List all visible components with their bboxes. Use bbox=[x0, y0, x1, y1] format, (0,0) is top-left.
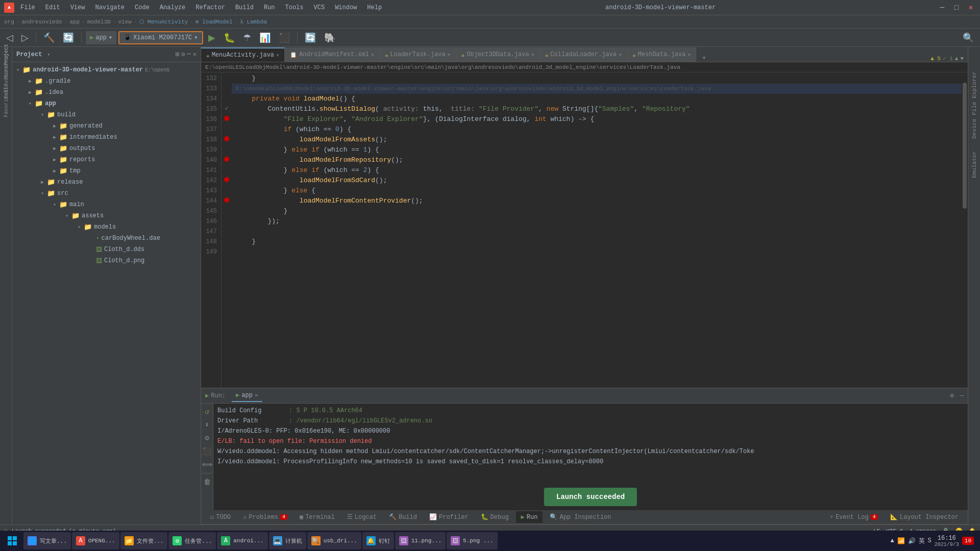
menu-refactor[interactable]: Refactor bbox=[193, 3, 227, 12]
close-run-tab[interactable]: ✕ bbox=[255, 392, 258, 398]
bottom-tab-profiler[interactable]: 📈 Profiler bbox=[424, 511, 474, 523]
tree-car-dae[interactable]: ▶ ▪ carBodyWheel.dae bbox=[12, 233, 201, 244]
tree-cloth-png[interactable]: ▶ 🖼 Cloth_d.png bbox=[12, 255, 201, 266]
more-tabs[interactable]: ▾ bbox=[696, 54, 712, 62]
tab-meshdata[interactable]: ☕ MeshData.java ✕ bbox=[627, 47, 696, 62]
tray-expand[interactable]: ▲ bbox=[890, 537, 894, 544]
tab-colladaloader[interactable]: ☕ ColladaLoader.java ✕ bbox=[540, 47, 627, 62]
stop-run-button[interactable]: ⬛ bbox=[202, 445, 213, 457]
coverage-button[interactable]: ☂ bbox=[240, 31, 254, 44]
sidebar-emulator[interactable]: Emulator bbox=[969, 147, 979, 182]
bc-menuactivity[interactable]: ⬡ MenuActivity bbox=[139, 18, 188, 25]
start-button[interactable] bbox=[2, 532, 22, 550]
search-everywhere[interactable]: 🔍 bbox=[960, 31, 977, 44]
tree-intermediates[interactable]: ▶ 📁 intermediates bbox=[12, 132, 201, 143]
taskbar-image2[interactable]: 🖼 5.png ... bbox=[447, 532, 497, 549]
tray-network[interactable]: 📶 bbox=[897, 537, 905, 545]
sync-project[interactable]: 🔄 bbox=[302, 31, 319, 44]
taskbar-dingtalk[interactable]: 🔔 钉钉 bbox=[362, 532, 394, 549]
tab-object3ddata[interactable]: ☕ Object3DData.java ✕ bbox=[456, 47, 540, 62]
tray-volume[interactable]: 🔊 bbox=[908, 537, 916, 545]
run-settings-btn[interactable]: ⚙ bbox=[202, 432, 213, 443]
menu-analyze[interactable]: Analyze bbox=[158, 3, 187, 12]
toolbar-back[interactable]: ◁ bbox=[3, 31, 16, 44]
menu-code[interactable]: Code bbox=[133, 3, 152, 12]
close-tab-menuactivity[interactable]: ✕ bbox=[276, 52, 279, 58]
tree-app[interactable]: ▾ 📁 app bbox=[12, 98, 201, 109]
scope-icon[interactable]: ⊞ bbox=[176, 51, 179, 58]
bc-andresoviedo[interactable]: andresoviedo bbox=[21, 19, 62, 25]
tree-idea[interactable]: ▶ 📁 .idea bbox=[12, 87, 201, 98]
close-tab-manifest[interactable]: ✕ bbox=[371, 52, 374, 58]
gradle-sync[interactable]: 🐘 bbox=[321, 31, 338, 44]
tree-reports[interactable]: ▶ 📁 reports bbox=[12, 154, 201, 165]
tree-root[interactable]: ▾ 📁 android-3D-model-viewer-master E:\op… bbox=[12, 64, 201, 76]
close-tab-loadertask[interactable]: ✕ bbox=[448, 52, 451, 58]
bc-lambda[interactable]: λ Lambda bbox=[240, 19, 267, 25]
tree-src[interactable]: ▾ 📁 src bbox=[12, 188, 201, 199]
tray-sougou[interactable]: S bbox=[928, 537, 932, 544]
menu-edit[interactable]: Edit bbox=[43, 3, 62, 12]
tab-androidmanifest[interactable]: 📋 AndroidManifest.xml ✕ bbox=[285, 47, 380, 62]
minimize-button[interactable]: ─ bbox=[937, 3, 947, 13]
profile-button[interactable]: 📊 bbox=[256, 31, 274, 44]
bottom-tab-event-log[interactable]: ⚡ Event Log 4 bbox=[825, 511, 883, 523]
bottom-tab-todo[interactable]: ☑ TODO bbox=[205, 511, 236, 523]
tree-outputs[interactable]: ▶ 📁 outputs bbox=[12, 143, 201, 154]
menu-navigate[interactable]: Navigate bbox=[93, 3, 127, 12]
scroll-end-button[interactable]: ⬇ bbox=[202, 419, 213, 430]
bc-org[interactable]: org bbox=[4, 19, 14, 25]
bc-view[interactable]: view bbox=[118, 19, 132, 25]
menu-tools[interactable]: Tools bbox=[283, 3, 306, 12]
menu-window[interactable]: Window bbox=[333, 3, 359, 12]
run-settings[interactable]: ⚙ bbox=[950, 392, 954, 399]
tree-main[interactable]: ▾ 📁 main bbox=[12, 199, 201, 210]
tray-lang[interactable]: 英 bbox=[919, 537, 925, 545]
bottom-tab-terminal[interactable]: ▣ Terminal bbox=[295, 511, 340, 523]
run-tab-app[interactable]: ▶ app ✕ bbox=[232, 389, 262, 402]
bc-loadmodel[interactable]: ⊕ loadModel bbox=[195, 18, 233, 25]
bottom-tab-debug[interactable]: 🐛 Debug bbox=[476, 511, 514, 523]
toolbar-build[interactable]: 🔨 bbox=[40, 31, 58, 44]
structure-icon[interactable]: Structure bbox=[1, 73, 12, 85]
taskbar-chrome[interactable]: 🌐 写文章... bbox=[23, 532, 71, 549]
close-tab-object3ddata[interactable]: ✕ bbox=[531, 52, 534, 58]
collapse-all-icon[interactable]: — bbox=[187, 51, 191, 58]
bc-model3d[interactable]: model3D bbox=[87, 19, 111, 25]
close-tab-colladaloader[interactable]: ✕ bbox=[619, 52, 622, 58]
close-tab-meshdata[interactable]: ✕ bbox=[688, 52, 691, 58]
editor-scrollbar[interactable] bbox=[962, 72, 968, 388]
run-config-selector[interactable]: ▶ app ▾ bbox=[86, 31, 116, 44]
taskbar-computer[interactable]: 💻 计算机 bbox=[269, 532, 306, 549]
code-content[interactable]: } E:\openGLESLoadObjModel\android-3D-mod… bbox=[232, 72, 962, 388]
menu-help[interactable]: Help bbox=[365, 3, 384, 12]
rerun-button[interactable]: ↺ bbox=[202, 406, 213, 417]
close-button[interactable]: ✕ bbox=[966, 3, 976, 13]
bottom-tab-build[interactable]: 🔨 Build bbox=[384, 511, 422, 523]
close-panel-icon[interactable]: ✕ bbox=[193, 51, 197, 58]
sidebar-device-file-explorer[interactable]: Device File Explorer bbox=[969, 67, 979, 143]
nav-down[interactable]: ▼ bbox=[960, 56, 964, 62]
tree-generated[interactable]: ▶ 📁 generated bbox=[12, 120, 201, 132]
tree-release[interactable]: ▶ 📁 release bbox=[12, 177, 201, 188]
bottom-tab-run[interactable]: ▶ Run bbox=[516, 511, 543, 523]
taskbar-taskmanager[interactable]: ⚙ 任务管... bbox=[168, 532, 216, 549]
tree-models[interactable]: ▾ 📁 models bbox=[12, 221, 201, 233]
bottom-tab-app-inspection[interactable]: 🔍 App Inspection bbox=[545, 511, 616, 523]
settings-icon[interactable]: ⚙ bbox=[181, 51, 185, 58]
toolbar-sync[interactable]: 🔄 bbox=[60, 31, 77, 44]
tab-loadertask[interactable]: ☕ LoaderTask.java ✕ bbox=[380, 47, 456, 62]
bc-app[interactable]: app bbox=[69, 19, 80, 25]
debug-button[interactable]: 🐛 bbox=[220, 31, 238, 44]
menu-run[interactable]: Run bbox=[262, 3, 277, 12]
bottom-tab-logcat[interactable]: ☰ Logcat bbox=[342, 511, 382, 523]
taskbar-image1[interactable]: 🖼 11.png... bbox=[395, 532, 446, 549]
tree-gradle[interactable]: ▶ 📁 .gradle bbox=[12, 76, 201, 87]
taskbar-files[interactable]: 📁 文件资... bbox=[120, 532, 168, 549]
toolbar-forward[interactable]: ▷ bbox=[18, 31, 32, 44]
nav-up[interactable]: ▲ bbox=[955, 56, 959, 62]
tree-assets[interactable]: ▾ 📁 assets bbox=[12, 210, 201, 221]
tree-cloth-dds[interactable]: ▶ 🖼 Cloth_d.dds bbox=[12, 244, 201, 255]
code-editor[interactable]: 132 133 134 135 136 137 138 139 140 141 … bbox=[201, 72, 968, 388]
bottom-tab-problems[interactable]: ⚠ Problems 4 bbox=[238, 511, 292, 523]
